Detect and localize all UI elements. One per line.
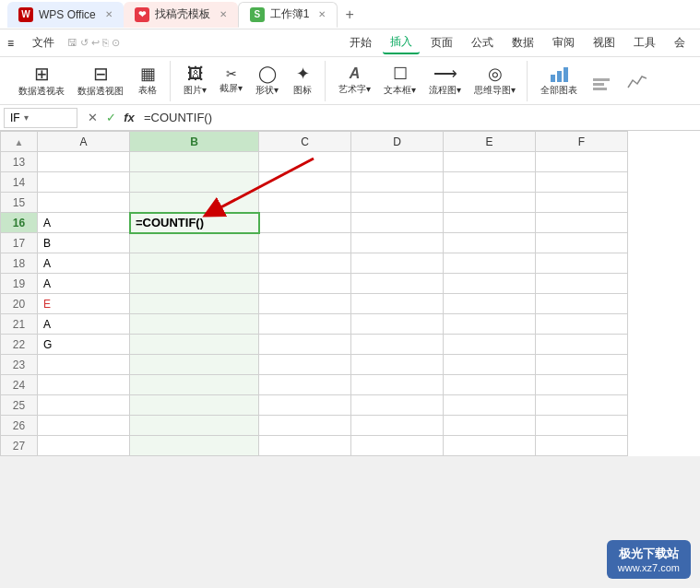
menu-view[interactable]: 视图 — [586, 32, 623, 53]
cell-23-B[interactable] — [130, 355, 259, 375]
col-header-f[interactable]: F — [536, 132, 628, 152]
cell-21-B[interactable] — [130, 314, 259, 335]
cell-17-F[interactable] — [536, 233, 628, 253]
cell-18-C[interactable] — [259, 253, 351, 274]
cell-13-C[interactable] — [259, 152, 351, 172]
tab-wps-close[interactable]: ✕ — [105, 9, 113, 19]
cell-20-C[interactable] — [259, 294, 351, 314]
cell-18-B[interactable] — [130, 253, 259, 274]
cell-20-F[interactable] — [536, 294, 628, 314]
cell-27-F[interactable] — [536, 436, 628, 456]
cell-14-D[interactable] — [351, 172, 444, 193]
cell-23-D[interactable] — [351, 355, 444, 375]
cell-23-C[interactable] — [259, 355, 351, 375]
table-button[interactable]: ▦ 表格 — [131, 63, 164, 100]
shape-button[interactable]: ◯ 形状▾ — [250, 63, 284, 100]
cell-13-B[interactable] — [130, 152, 259, 172]
col-header-d[interactable]: D — [351, 132, 444, 152]
image-button[interactable]: 🖼 图片▾ — [178, 63, 212, 100]
formula-input[interactable] — [144, 111, 696, 124]
cell-19-A[interactable]: A — [38, 274, 130, 294]
cell-26-D[interactable] — [351, 416, 444, 436]
cell-13-D[interactable] — [351, 152, 444, 172]
col-header-b[interactable]: B — [130, 132, 259, 152]
cell-18-D[interactable] — [351, 253, 444, 274]
grid-wrapper[interactable]: ▲ A B C D E F 13141516A=COUNTIF()COUNTIF… — [0, 131, 700, 456]
cell-26-F[interactable] — [536, 416, 628, 436]
cell-16-B[interactable]: =COUNTIF()COUNTIF（区域，条件） — [130, 213, 259, 233]
cell-25-A[interactable] — [38, 395, 130, 416]
cell-25-C[interactable] — [259, 395, 351, 416]
cell-ref-dropdown[interactable]: ▾ — [24, 112, 29, 123]
cell-22-E[interactable] — [444, 335, 536, 355]
cell-21-D[interactable] — [351, 314, 444, 335]
cell-26-A[interactable] — [38, 416, 130, 436]
cell-23-A[interactable] — [38, 355, 130, 375]
cell-24-B[interactable] — [130, 375, 259, 395]
formula-cancel-button[interactable]: ✕ — [85, 111, 100, 124]
cell-14-B[interactable] — [130, 172, 259, 193]
cell-15-C[interactable] — [259, 193, 351, 213]
cell-27-D[interactable] — [351, 436, 444, 456]
cell-27-B[interactable] — [130, 436, 259, 456]
cell-19-F[interactable] — [536, 274, 628, 294]
col-header-c[interactable]: C — [259, 132, 351, 152]
tab-sheet-close[interactable]: ✕ — [318, 9, 326, 19]
cell-19-E[interactable] — [444, 274, 536, 294]
cell-18-A[interactable]: A — [38, 253, 130, 274]
cell-25-B[interactable] — [130, 395, 259, 416]
cell-27-A[interactable] — [38, 436, 130, 456]
cell-21-C[interactable] — [259, 314, 351, 335]
tab-template-close[interactable]: ✕ — [219, 9, 227, 19]
cell-24-A[interactable] — [38, 375, 130, 395]
cell-13-E[interactable] — [444, 152, 536, 172]
cell-22-A[interactable]: G — [38, 335, 130, 355]
cell-22-B[interactable] — [130, 335, 259, 355]
cell-24-E[interactable] — [444, 375, 536, 395]
cell-25-D[interactable] — [351, 395, 444, 416]
menu-tools[interactable]: 工具 — [626, 32, 663, 53]
cell-26-C[interactable] — [259, 416, 351, 436]
cell-22-C[interactable] — [259, 335, 351, 355]
menu-page[interactable]: 页面 — [423, 32, 460, 53]
cell-14-E[interactable] — [444, 172, 536, 193]
col-header-a[interactable]: A — [38, 132, 130, 152]
cell-15-F[interactable] — [536, 193, 628, 213]
cell-25-F[interactable] — [536, 395, 628, 416]
cell-20-E[interactable] — [444, 294, 536, 314]
cell-23-F[interactable] — [536, 355, 628, 375]
cell-16-F[interactable] — [536, 213, 628, 233]
cell-19-C[interactable] — [259, 274, 351, 294]
cell-20-A[interactable]: E — [38, 294, 130, 314]
cell-21-F[interactable] — [536, 314, 628, 335]
cell-15-D[interactable] — [351, 193, 444, 213]
menu-home[interactable]: 开始 — [342, 32, 379, 53]
cell-20-D[interactable] — [351, 294, 444, 314]
cell-24-C[interactable] — [259, 375, 351, 395]
cell-26-E[interactable] — [444, 416, 536, 436]
formula-fx-button[interactable]: fx — [122, 111, 136, 124]
cell-17-D[interactable] — [351, 233, 444, 253]
cell-21-A[interactable]: A — [38, 314, 130, 335]
cell-17-B[interactable] — [130, 233, 259, 253]
cell-26-B[interactable] — [130, 416, 259, 436]
cell-22-F[interactable] — [536, 335, 628, 355]
cell-16-E[interactable] — [444, 213, 536, 233]
menu-review[interactable]: 审阅 — [545, 32, 582, 53]
menu-file[interactable]: 文件 — [25, 32, 62, 53]
formula-confirm-button[interactable]: ✓ — [103, 111, 118, 124]
cell-17-E[interactable] — [444, 233, 536, 253]
tab-sheet[interactable]: S 工作簿1 ✕ — [238, 2, 338, 28]
bar-chart-button[interactable] — [585, 63, 618, 100]
cell-18-E[interactable] — [444, 253, 536, 274]
col-header-e[interactable]: E — [444, 132, 536, 152]
tab-wps[interactable]: W WPS Office ✕ — [7, 2, 124, 28]
cell-20-B[interactable] — [130, 294, 259, 314]
cell-24-F[interactable] — [536, 375, 628, 395]
cell-17-C[interactable] — [259, 233, 351, 253]
cell-19-B[interactable] — [130, 274, 259, 294]
cell-16-A[interactable]: A — [38, 213, 130, 233]
add-tab-button[interactable]: + — [345, 6, 353, 23]
cell-16-D[interactable] — [351, 213, 444, 233]
screenshot-button[interactable]: ✂ 截屏▾ — [214, 63, 248, 100]
